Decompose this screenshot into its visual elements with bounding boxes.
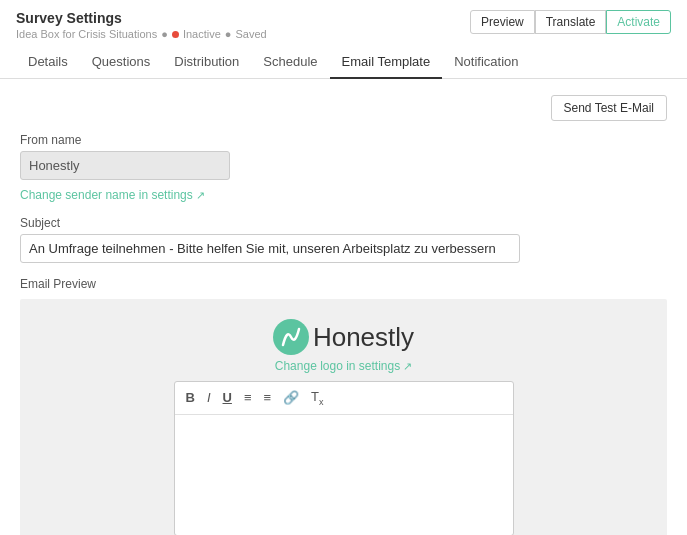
toolbar-unordered-list[interactable]: ≡ [261,389,275,406]
email-editor: B I U ≡ ≡ 🔗 Tx [174,381,514,535]
toolbar-bold[interactable]: B [183,389,198,406]
honestly-logo-icon [273,319,309,355]
change-logo-link[interactable]: Change logo in settings ↗ [275,359,412,373]
from-name-label: From name [20,133,667,147]
editor-body[interactable] [175,415,513,525]
tab-notification[interactable]: Notification [442,46,530,79]
editor-toolbar: B I U ≡ ≡ 🔗 Tx [175,382,513,415]
activate-button[interactable]: Activate [606,10,671,34]
breadcrumb-sep2: ● [225,28,232,40]
breadcrumb-sep1: ● [161,28,168,40]
breadcrumb-inactive: Inactive [183,28,221,40]
breadcrumb: Idea Box for Crisis Situations ● Inactiv… [16,28,267,40]
external-link-icon: ↗ [196,189,205,202]
breadcrumb-saved: Saved [235,28,266,40]
change-logo-ext-icon: ↗ [403,360,412,373]
change-logo-text: Change logo in settings [275,359,400,373]
toolbar-ordered-list[interactable]: ≡ [241,389,255,406]
subject-label: Subject [20,216,667,230]
content-area: Send Test E-Mail From name Change sender… [0,79,687,535]
header-actions: Preview Translate Activate [470,10,671,34]
from-name-input[interactable] [20,151,230,180]
toolbar-underline[interactable]: U [220,389,235,406]
inactive-dot [172,31,179,38]
toolbar-link[interactable]: 🔗 [280,389,302,406]
logo-text: Honestly [313,322,414,353]
toolbar-italic[interactable]: I [204,389,214,406]
email-preview-section: Email Preview Honestly Change logo in se… [20,277,667,535]
email-preview-container: Honestly Change logo in settings ↗ B I U… [20,299,667,535]
tab-distribution[interactable]: Distribution [162,46,251,79]
subject-input[interactable] [20,234,520,263]
logo-wrapper: Honestly [273,319,414,355]
change-sender-link[interactable]: Change sender name in settings ↗ [20,188,205,202]
send-test-button[interactable]: Send Test E-Mail [551,95,668,121]
tab-email-template[interactable]: Email Template [330,46,443,79]
email-logo-area: Honestly Change logo in settings ↗ [273,319,414,373]
preview-button[interactable]: Preview [470,10,535,34]
tabs-bar: Details Questions Distribution Schedule … [0,46,687,79]
change-sender-text: Change sender name in settings [20,188,193,202]
tab-questions[interactable]: Questions [80,46,163,79]
send-test-row: Send Test E-Mail [20,95,667,121]
subject-group: Subject [20,216,667,263]
header: Survey Settings Idea Box for Crisis Situ… [0,0,687,40]
breadcrumb-link[interactable]: Idea Box for Crisis Situations [16,28,157,40]
survey-title: Survey Settings [16,10,267,26]
translate-button[interactable]: Translate [535,10,607,34]
tab-details[interactable]: Details [16,46,80,79]
from-name-group: From name Change sender name in settings… [20,133,667,202]
header-left: Survey Settings Idea Box for Crisis Situ… [16,10,267,40]
email-preview-label: Email Preview [20,277,667,291]
toolbar-clear-format[interactable]: Tx [308,388,326,408]
tab-schedule[interactable]: Schedule [251,46,329,79]
